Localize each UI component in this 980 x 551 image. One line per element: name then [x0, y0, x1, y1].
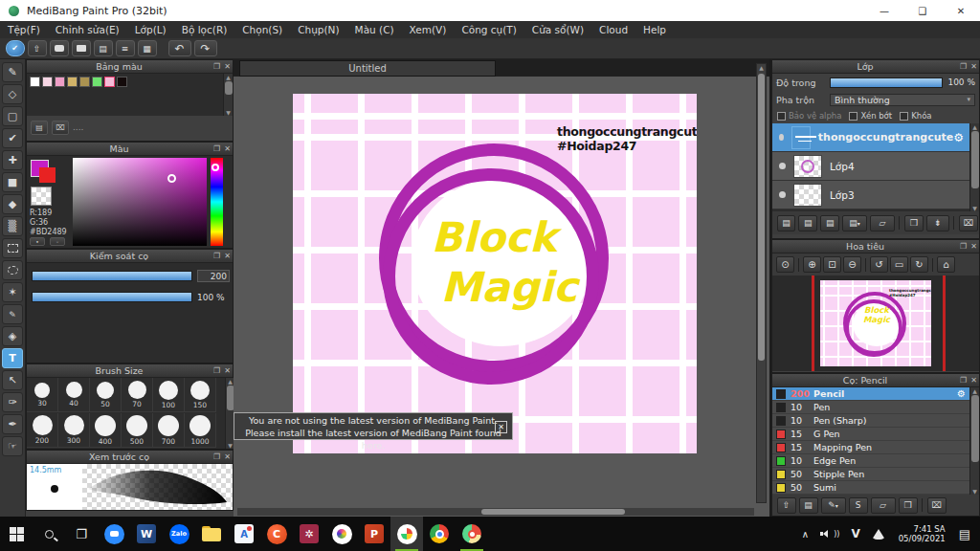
layer-visibility-dot[interactable] [779, 134, 784, 141]
close-panel-icon[interactable]: ✕ [969, 242, 979, 251]
script-brush-button[interactable]: S [849, 497, 868, 514]
menu-window[interactable]: Cửa sổ(W) [524, 21, 591, 38]
cloud-save-button[interactable]: ✔ [6, 40, 25, 56]
sv-picker-handle[interactable] [167, 174, 176, 183]
blend-mode-dropdown[interactable]: Bình thường ▾ [830, 94, 975, 106]
brush-size-option[interactable]: 400 [90, 413, 122, 448]
color-mode-button[interactable]: • [30, 237, 45, 246]
brush-row[interactable]: 50Sumi [772, 481, 969, 495]
palette-delete-button[interactable]: ⌧ [52, 121, 69, 135]
brush-cloud-button[interactable]: ⇧ [777, 497, 796, 514]
new-8bit-layer-button[interactable]: ▤ [798, 215, 817, 231]
brush-size-option[interactable]: 200 [27, 413, 58, 448]
brush-opacity-slider[interactable] [32, 292, 192, 302]
canvas-horizontal-scrollbar[interactable] [237, 508, 754, 516]
taskbar-pinwheel-app[interactable]: ✲ [293, 517, 325, 551]
maximize-button[interactable]: ❑ [903, 0, 942, 21]
brush-size-slider[interactable] [32, 271, 192, 281]
menu-file[interactable]: Tệp(F) [0, 21, 48, 38]
duplicate-brush-button[interactable]: ❒ [899, 497, 918, 514]
popout-icon[interactable]: ❐ [958, 62, 969, 71]
canvas-hscroll-thumb[interactable] [481, 509, 625, 515]
taskbar-word-app[interactable]: W [130, 517, 163, 551]
taskbar-zoom-app[interactable] [98, 517, 130, 551]
scroll-up-icon[interactable]: ▲ [226, 74, 231, 80]
taskbar-coccoc-app[interactable] [456, 517, 488, 551]
wifi-icon[interactable] [872, 529, 885, 540]
comment-button[interactable] [50, 40, 69, 56]
navigator-thumbnail[interactable]: BlockMagic thongoccungtrangcute#Hoidap24… [820, 280, 931, 366]
palette-swatch[interactable] [117, 77, 127, 87]
menu-help[interactable]: Help [635, 21, 674, 38]
brushes-scrollbar[interactable]: ▲▼ [969, 387, 979, 495]
palette-swatch[interactable] [92, 77, 102, 87]
document-button[interactable]: ▤ [94, 40, 113, 56]
palette-swatch[interactable] [55, 77, 65, 87]
palette-swatch[interactable] [67, 77, 78, 87]
popout-icon[interactable]: ❐ [212, 366, 222, 375]
chat-button[interactable] [72, 40, 91, 56]
volume-icon[interactable]: )) [820, 529, 839, 540]
brush-folder-button[interactable]: ▱ [871, 497, 896, 514]
menu-cloud[interactable]: Cloud [591, 21, 635, 38]
background-color-swatch[interactable] [39, 167, 56, 183]
brush-size-value[interactable]: 200 [197, 270, 230, 282]
popout-icon[interactable]: ❐ [958, 376, 969, 385]
input-language-indicator[interactable]: V [851, 527, 859, 540]
brush-tool[interactable]: ✎ [2, 62, 23, 82]
layer-visibility-dot[interactable] [779, 191, 786, 198]
menu-tools[interactable]: Công cụ(T) [454, 21, 523, 38]
fill-rect-tool[interactable]: ■ [2, 172, 23, 192]
palette-swatch[interactable] [30, 77, 40, 87]
minimize-button[interactable]: — [865, 0, 903, 21]
layer-settings-gear-icon[interactable]: ⚙ [953, 131, 964, 144]
close-panel-icon[interactable]: ✕ [969, 376, 979, 385]
brush-row[interactable]: 15Mapping Pen [772, 441, 969, 454]
layer-folder-button[interactable]: ▱ [870, 215, 895, 231]
popout-icon[interactable]: ❐ [212, 144, 222, 153]
merge-layer-button[interactable]: ⇟ [926, 215, 949, 231]
eyedropper-tool[interactable]: ✑ [2, 392, 23, 412]
navigator-viewport[interactable]: BlockMagic thongoccungtrangcute#Hoidap24… [772, 276, 979, 371]
layer-visibility-dot[interactable] [779, 163, 786, 169]
brush-size-option[interactable]: 100 [153, 378, 185, 412]
eraser-tool[interactable]: ◇ [2, 84, 23, 104]
select-pen-tool[interactable]: ✎ [2, 304, 23, 324]
lock-checkbox[interactable] [900, 112, 908, 121]
brush-row[interactable]: 50Stipple Pen [772, 468, 969, 481]
taskbar-c-app[interactable]: C [260, 517, 293, 551]
drawing-canvas[interactable]: Block Magic thongoccungtrangcute #Hoidap… [293, 94, 697, 453]
nav-device-button[interactable]: ⌂ [937, 256, 955, 273]
brush-row[interactable]: 10Pen [772, 401, 969, 414]
palette-swatch[interactable] [42, 77, 53, 87]
palette-scrollbar[interactable]: ▲▼ [223, 74, 233, 116]
brush-row[interactable]: 15G Pen [772, 428, 969, 441]
canvas-vscroll-thumb[interactable] [758, 74, 765, 361]
close-button[interactable]: ✕ [942, 0, 980, 21]
magic-wand-tool[interactable]: ✶ [2, 282, 23, 302]
duplicate-layer-button[interactable]: ❒ [904, 215, 924, 231]
nav-reset-zoom-button[interactable]: ⊙ [776, 256, 794, 273]
nav-rotate-reset-button[interactable]: ↻ [910, 256, 928, 273]
notification-close-button[interactable]: ✕ [495, 421, 507, 433]
close-panel-icon[interactable]: ✕ [222, 252, 233, 260]
palette-swatch-selected[interactable] [104, 77, 115, 87]
taskbar-medibang-active[interactable] [390, 517, 423, 551]
delete-brush-button[interactable]: ⌧ [927, 497, 947, 514]
taskbar-translate-app[interactable]: A [228, 517, 260, 551]
select-tool[interactable] [2, 238, 23, 258]
nav-fit-button[interactable]: ⊡ [823, 256, 841, 273]
taskbar-clock[interactable]: 7:41 SA 05/09/2021 [899, 524, 946, 543]
hue-slider[interactable] [211, 158, 223, 246]
new-layer-button[interactable]: ▤ [777, 215, 796, 231]
taskbar-powerpoint-app[interactable]: P [358, 517, 390, 551]
taskbar-medibang-app[interactable] [325, 517, 358, 551]
layer-row[interactable]: Lớp4 [772, 152, 969, 181]
lasso-tool[interactable] [2, 260, 23, 280]
brush-size-option[interactable]: 500 [122, 413, 153, 448]
brush-size-option[interactable]: 300 [58, 413, 90, 448]
popout-icon[interactable]: ❐ [212, 62, 222, 71]
layers-scrollbar[interactable]: ▲▼ [969, 123, 979, 211]
close-panel-icon[interactable]: ✕ [222, 144, 233, 153]
document-tab[interactable]: Untitled [239, 60, 496, 77]
